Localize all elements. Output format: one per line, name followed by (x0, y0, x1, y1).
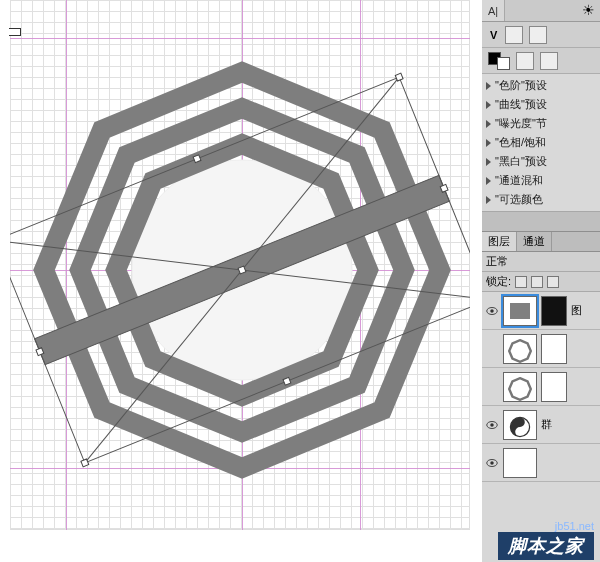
blend-mode-label: 正常 (486, 254, 508, 269)
layer-name[interactable]: 图 (571, 303, 582, 318)
layer-row[interactable] (482, 444, 600, 482)
preset-label: "色相/饱和 (495, 135, 546, 150)
svg-point-26 (490, 461, 494, 465)
curves-icon[interactable] (505, 26, 523, 44)
layer-row[interactable] (482, 330, 600, 368)
layer-mask-thumbnail[interactable] (541, 334, 567, 364)
preset-label: "曲线"预设 (495, 97, 547, 112)
adjustment-presets-list: "色阶"预设 "曲线"预设 "曝光度"节 "色相/饱和 "黑白"预设 "通道混和… (482, 74, 600, 212)
visibility-eye-icon[interactable] (485, 380, 499, 394)
layer-row[interactable] (482, 368, 600, 406)
visibility-eye-icon[interactable] (485, 456, 499, 470)
preset-label: "曝光度"节 (495, 116, 547, 131)
layer-thumbnail[interactable] (503, 448, 537, 478)
type-panel-tab[interactable]: A| ☀ (482, 0, 600, 22)
layer-mask-thumbnail[interactable] (541, 372, 567, 402)
misc-adjust-icon[interactable] (540, 52, 558, 70)
chevron-right-icon (486, 158, 491, 166)
adjust-panel-footer (482, 212, 600, 232)
preset-label: "黑白"预设 (495, 154, 547, 169)
layer-thumbnail[interactable] (503, 372, 537, 402)
hue-icon[interactable] (516, 52, 534, 70)
right-panel-dock: A| ☀ V "色阶"预设 "曲线"预设 "曝光度"节 "色相/饱和 "黑白"预… (482, 0, 600, 562)
lock-pixels-icon[interactable] (531, 276, 543, 288)
preset-item[interactable]: "可选颜色 (482, 190, 600, 209)
lock-transparent-icon[interactable] (515, 276, 527, 288)
document[interactable] (10, 0, 470, 530)
svg-point-23 (490, 423, 494, 427)
preset-label: "通道混和 (495, 173, 543, 188)
svg-marker-20 (509, 340, 531, 362)
chevron-right-icon (486, 82, 491, 90)
visibility-eye-icon[interactable] (485, 418, 499, 432)
adjust-icon-row-1: V (482, 22, 600, 48)
lock-row: 锁定: (482, 272, 600, 292)
svg-point-19 (490, 309, 494, 313)
ruler-marker[interactable] (9, 28, 21, 36)
preset-item[interactable]: "通道混和 (482, 171, 600, 190)
layer-thumbnail[interactable] (503, 296, 537, 326)
v-swatch[interactable]: V (488, 29, 499, 41)
adjust-icon-row-2 (482, 48, 600, 74)
lock-label: 锁定: (486, 274, 511, 289)
tab-layers[interactable]: 图层 (482, 232, 517, 251)
fg-bg-swatch[interactable] (488, 52, 510, 70)
chevron-right-icon (486, 177, 491, 185)
tab-channels[interactable]: 通道 (517, 232, 552, 251)
layer-thumbnail[interactable] (503, 410, 537, 440)
preset-label: "色阶"预设 (495, 78, 547, 93)
layer-mask-thumbnail[interactable] (541, 296, 567, 326)
artwork-svg (10, 0, 470, 530)
character-tab[interactable]: A| (482, 0, 505, 21)
chevron-right-icon (486, 101, 491, 109)
preset-item[interactable]: "曝光度"节 (482, 114, 600, 133)
levels-icon[interactable] (529, 26, 547, 44)
layer-list: 图 群 (482, 292, 600, 562)
preset-label: "可选颜色 (495, 192, 543, 207)
visibility-eye-icon[interactable] (485, 342, 499, 356)
layers-tabs: 图层 通道 (482, 232, 600, 252)
preset-item[interactable]: "色相/饱和 (482, 133, 600, 152)
layer-row[interactable]: 群 (482, 406, 600, 444)
blend-mode-select[interactable]: 正常 (482, 252, 600, 272)
layer-thumbnail[interactable] (503, 334, 537, 364)
chevron-right-icon (486, 196, 491, 204)
preset-item[interactable]: "黑白"预设 (482, 152, 600, 171)
layer-row[interactable]: 图 (482, 292, 600, 330)
chevron-right-icon (486, 120, 491, 128)
svg-marker-21 (509, 378, 531, 400)
layer-name[interactable]: 群 (541, 417, 552, 432)
preset-item[interactable]: "曲线"预设 (482, 95, 600, 114)
lock-position-icon[interactable] (547, 276, 559, 288)
brightness-icon[interactable]: ☀ (582, 2, 600, 20)
visibility-eye-icon[interactable] (485, 304, 499, 318)
preset-item[interactable]: "色阶"预设 (482, 76, 600, 95)
layers-panel: 图层 通道 正常 锁定: 图 (482, 232, 600, 562)
canvas-area[interactable] (0, 0, 482, 562)
chevron-right-icon (486, 139, 491, 147)
